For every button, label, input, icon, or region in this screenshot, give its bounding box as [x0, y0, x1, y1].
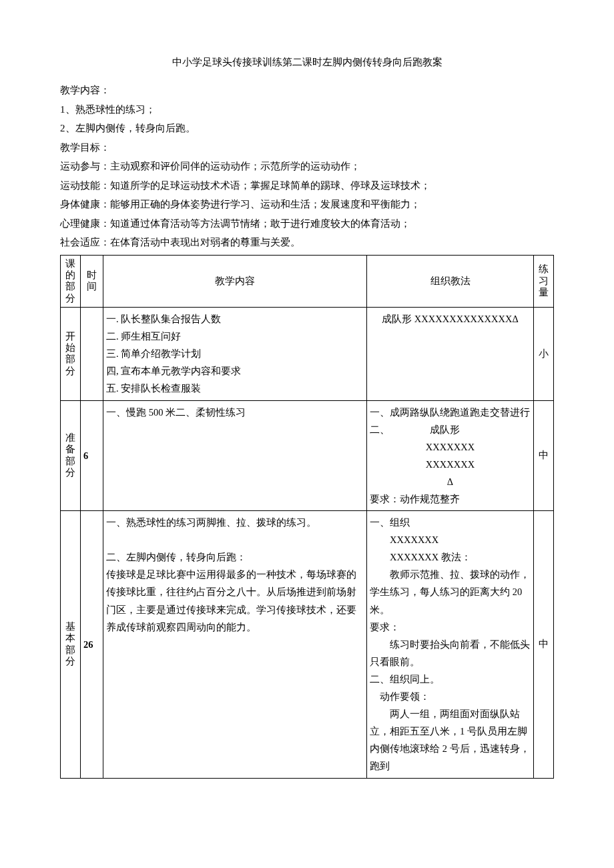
start-method: 成队形 XXXXXXXXXXXXXXΔ	[367, 308, 534, 400]
th-load: 练习量	[534, 255, 554, 308]
base-m3: 教师示范推、拉、拨球的动作，学生练习，每人练习的距离大约 20米。	[370, 566, 531, 618]
start-m1: 成队形 XXXXXXXXXXXXXXΔ	[370, 310, 531, 328]
base-m0: 一、组织	[370, 514, 531, 531]
prep-m1: 一、成两路纵队绕跑道跑走交替进行	[370, 404, 531, 421]
intro-block: 教学内容： 1、熟悉球性的练习； 2、左脚内侧传，转身向后跑。 教学目标： 运动…	[60, 81, 554, 252]
th-content: 教学内容	[103, 255, 367, 308]
base-m1: XXXXXXX	[370, 531, 531, 548]
prep-method: 一、成两路纵队绕跑道跑走交替进行 二、 成队形 XXXXXXX XXXXXXX …	[367, 400, 534, 511]
base-m8: 两人一组，两组面对面纵队站立，相距五至八米，1 号队员用左脚内侧传地滚球给 2 …	[370, 705, 531, 775]
base-m4: 要求：	[370, 618, 531, 636]
base-c2: 二、左脚内侧传，转身向后跑：	[106, 548, 364, 566]
row-base: 基本部分 26 一、熟悉球性的练习两脚推、拉、拨球的练习。 二、左脚内侧传，转身…	[61, 511, 554, 778]
base-m5: 练习时要抬头向前看，不能低头只看眼前。	[370, 636, 531, 671]
goal-3: 身体健康：能够用正确的身体姿势进行学习、运动和生活；发展速度和平衡能力；	[60, 195, 554, 214]
base-c1: 一、熟悉球性的练习两脚推、拉、拨球的练习。	[106, 514, 364, 531]
prep-c1: 一、慢跑 500 米二、柔韧性练习	[106, 404, 364, 421]
row-prep: 准备部分 6 一、慢跑 500 米二、柔韧性练习 一、成两路纵队绕跑道跑走交替进…	[61, 400, 554, 511]
prep-m2: 二、 成队形	[370, 421, 531, 438]
base-time: 26	[81, 511, 103, 778]
prep-content: 一、慢跑 500 米二、柔韧性练习	[103, 400, 367, 511]
content-item-1: 1、熟悉球性的练习；	[60, 100, 554, 119]
table-header-row: 课的部分 时间 教学内容 组织教法 练习量	[61, 255, 554, 308]
th-part: 课的部分	[61, 255, 81, 308]
start-c3: 三. 简单介绍教学计划	[106, 345, 364, 362]
prep-m3: XXXXXXX	[370, 438, 531, 456]
start-c2: 二. 师生相互问好	[106, 328, 364, 345]
prep-m5: Δ	[370, 473, 531, 490]
start-content: 一. 队长整队集合报告人数 二. 师生相互问好 三. 简单介绍教学计划 四, 宣…	[103, 308, 367, 400]
base-content: 一、熟悉球性的练习两脚推、拉、拨球的练习。 二、左脚内侧传，转身向后跑： 传接球…	[103, 511, 367, 778]
content-item-2: 2、左脚内侧传，转身向后跑。	[60, 119, 554, 138]
lesson-table: 课的部分 时间 教学内容 组织教法 练习量 开始部分 一. 队长整队集合报告人数…	[60, 255, 554, 779]
goal-1: 运动参与：主动观察和评价同伴的运动动作；示范所学的运动动作；	[60, 157, 554, 176]
base-part: 基本部分	[61, 511, 81, 778]
start-c5: 五. 安排队长检查服装	[106, 380, 364, 397]
base-m6: 二、组织同上。	[370, 671, 531, 688]
start-c1: 一. 队长整队集合报告人数	[106, 310, 364, 328]
base-method: 一、组织 XXXXXXX XXXXXXX 教法： 教师示范推、拉、拨球的动作，学…	[367, 511, 534, 778]
prep-m4: XXXXXXX	[370, 456, 531, 473]
goal-5: 社会适应：在体育活动中表现出对弱者的尊重与关爱。	[60, 233, 554, 252]
start-load: 小	[534, 308, 554, 400]
prep-load: 中	[534, 400, 554, 511]
base-load: 中	[534, 511, 554, 778]
start-time	[81, 308, 103, 400]
prep-time: 6	[81, 400, 103, 511]
content-label: 教学内容：	[60, 81, 554, 100]
base-m2: XXXXXXX 教法：	[370, 548, 531, 566]
th-time: 时间	[81, 255, 103, 308]
page-title: 中小学足球头传接球训练第二课时左脚内侧传转身向后跑教案	[60, 53, 554, 71]
goal-4: 心理健康：知道通过体育活动等方法调节情绪；敢于进行难度较大的体育活动；	[60, 214, 554, 234]
prep-part: 准备部分	[61, 400, 81, 511]
th-method: 组织教法	[367, 255, 534, 308]
prep-m6: 要求：动作规范整齐	[370, 490, 531, 508]
start-part: 开始部分	[61, 308, 81, 400]
goal-2: 运动技能：知道所学的足球运动技术术语；掌握足球简单的踢球、停球及运球技术；	[60, 176, 554, 195]
row-start: 开始部分 一. 队长整队集合报告人数 二. 师生相互问好 三. 简单介绍教学计划…	[61, 308, 554, 400]
start-c4: 四, 宣布本单元教学内容和要求	[106, 362, 364, 380]
base-m7: 动作要领：	[370, 688, 531, 705]
goal-label: 教学目标：	[60, 138, 554, 157]
base-c3: 传接球是足球比赛中运用得最多的一种技术，每场球赛的传接球比重，往往约占百分之八十…	[106, 566, 364, 635]
